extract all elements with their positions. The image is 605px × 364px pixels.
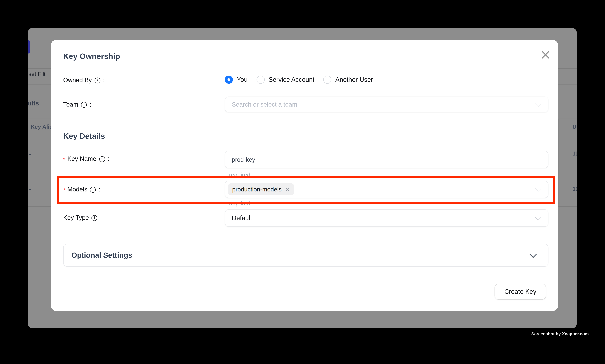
label-colon: :: [108, 156, 109, 162]
chevron-down-icon: [535, 185, 541, 192]
radio-option-service-account[interactable]: Service Account: [257, 76, 314, 84]
table-row-updated-value: 11/: [572, 186, 577, 192]
close-icon[interactable]: [538, 48, 552, 62]
watermark-text: Screenshot by Xnapper.com: [531, 331, 589, 336]
key-name-input[interactable]: prod-key: [225, 151, 549, 168]
team-label-text: Team: [63, 101, 78, 108]
label-colon: :: [90, 101, 91, 108]
modal-title: Key Ownership: [63, 52, 120, 61]
owned-by-label-text: Owned By: [63, 77, 92, 84]
team-label: Team :: [63, 101, 91, 108]
owned-by-label: Owned By :: [63, 77, 105, 84]
info-icon[interactable]: [90, 187, 96, 193]
radio-unselected-icon[interactable]: [257, 76, 265, 84]
models-label: * Models :: [63, 186, 100, 193]
results-partial-text: sults: [28, 100, 39, 107]
radio-label: You: [237, 76, 248, 83]
chevron-down-icon: [535, 101, 541, 107]
models-selected-tag: production-models: [228, 183, 294, 195]
create-key-modal: Key Ownership Owned By : You Service Acc…: [51, 40, 558, 311]
key-type-value: Default: [232, 214, 252, 222]
screenshot-root: eset Filt sults Key Alia Up - 11/ - 11/ …: [0, 0, 605, 364]
chevron-down-icon: [535, 214, 541, 220]
models-select[interactable]: production-models: [225, 181, 549, 198]
key-name-value: prod-key: [232, 156, 255, 163]
radio-option-another-user[interactable]: Another User: [323, 76, 373, 84]
info-icon[interactable]: [99, 156, 105, 162]
table-header-updated: Up: [572, 124, 577, 130]
owned-by-radio-group: You Service Account Another User: [225, 76, 373, 84]
models-label-text: Models: [67, 186, 87, 193]
label-colon: :: [100, 214, 102, 221]
radio-option-you[interactable]: You: [225, 76, 248, 84]
key-name-label-text: Key Name: [67, 156, 96, 162]
reset-filters-partial-text: eset Filt: [28, 70, 46, 77]
key-name-label: * Key Name :: [63, 156, 109, 162]
optional-settings-title: Optional Settings: [71, 251, 132, 260]
tag-remove-icon[interactable]: [285, 187, 290, 192]
team-select-placeholder: Search or select a team: [232, 101, 297, 108]
key-type-label: Key Type :: [63, 214, 102, 221]
radio-label: Another User: [335, 76, 373, 83]
background-primary-button-fragment: [28, 40, 30, 53]
label-colon: :: [103, 77, 105, 84]
label-colon: :: [99, 186, 100, 193]
table-row-updated-value: 11/: [572, 150, 577, 157]
table-row-key-alias-value: -: [29, 150, 31, 157]
create-key-button[interactable]: Create Key: [494, 284, 546, 300]
models-validation-message: required: [229, 200, 250, 207]
chevron-down-icon: [529, 251, 537, 258]
radio-unselected-icon[interactable]: [323, 76, 332, 84]
radio-label: Service Account: [269, 76, 314, 83]
key-type-select[interactable]: Default: [225, 209, 549, 227]
key-type-label-text: Key Type: [63, 214, 89, 221]
required-asterisk: *: [63, 156, 65, 163]
info-icon[interactable]: [92, 215, 97, 221]
table-column-divider: [558, 118, 558, 206]
required-asterisk: *: [63, 187, 65, 193]
table-row-key-alias-value: -: [29, 186, 31, 192]
key-details-heading: Key Details: [63, 132, 105, 141]
models-tag-text: production-models: [232, 186, 282, 193]
table-header-key-alias: Key Alia: [31, 124, 52, 130]
team-select[interactable]: Search or select a team: [225, 97, 549, 113]
key-name-validation-message: required: [229, 171, 250, 178]
optional-settings-panel[interactable]: Optional Settings: [63, 244, 548, 267]
radio-selected-icon[interactable]: [225, 76, 233, 84]
info-icon[interactable]: [81, 102, 87, 108]
info-icon[interactable]: [94, 78, 100, 83]
